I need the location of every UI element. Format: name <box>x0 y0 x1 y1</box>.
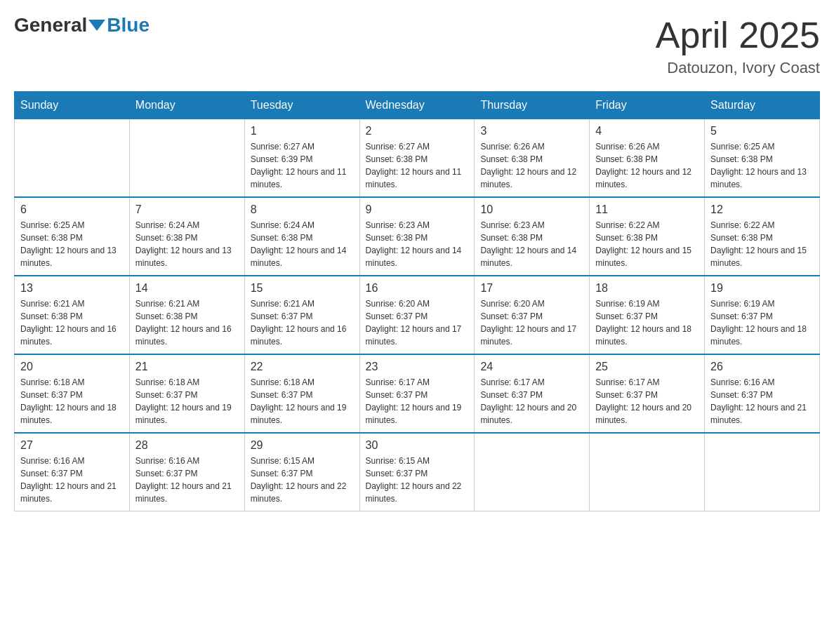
calendar-cell: 22Sunrise: 6:18 AMSunset: 6:37 PMDayligh… <box>244 354 359 433</box>
day-number: 26 <box>710 361 814 373</box>
day-info: Sunrise: 6:17 AMSunset: 6:37 PMDaylight:… <box>480 376 583 427</box>
day-info: Sunrise: 6:18 AMSunset: 6:37 PMDaylight:… <box>20 376 124 427</box>
calendar-week-row: 27Sunrise: 6:16 AMSunset: 6:37 PMDayligh… <box>15 433 820 511</box>
calendar-header-tuesday: Tuesday <box>244 92 359 119</box>
day-info: Sunrise: 6:17 AMSunset: 6:37 PMDaylight:… <box>595 376 699 427</box>
day-number: 30 <box>366 439 469 452</box>
day-number: 21 <box>135 361 239 373</box>
logo-triangle-icon <box>88 20 105 31</box>
calendar-cell: 30Sunrise: 6:15 AMSunset: 6:37 PMDayligh… <box>359 433 475 511</box>
calendar-cell <box>475 433 590 511</box>
day-info: Sunrise: 6:27 AMSunset: 6:38 PMDaylight:… <box>366 140 469 191</box>
calendar-cell: 29Sunrise: 6:15 AMSunset: 6:37 PMDayligh… <box>244 433 359 511</box>
day-info: Sunrise: 6:15 AMSunset: 6:37 PMDaylight:… <box>366 455 469 505</box>
day-info: Sunrise: 6:21 AMSunset: 6:38 PMDaylight:… <box>135 297 239 348</box>
calendar-cell: 8Sunrise: 6:24 AMSunset: 6:38 PMDaylight… <box>244 197 359 276</box>
day-number: 13 <box>20 282 124 295</box>
calendar-cell: 15Sunrise: 6:21 AMSunset: 6:37 PMDayligh… <box>244 276 359 354</box>
day-number: 15 <box>251 282 354 295</box>
day-info: Sunrise: 6:24 AMSunset: 6:38 PMDaylight:… <box>251 219 354 269</box>
calendar-cell: 3Sunrise: 6:26 AMSunset: 6:38 PMDaylight… <box>475 119 590 198</box>
day-info: Sunrise: 6:20 AMSunset: 6:37 PMDaylight:… <box>480 297 583 348</box>
calendar-week-row: 20Sunrise: 6:18 AMSunset: 6:37 PMDayligh… <box>15 354 820 433</box>
day-info: Sunrise: 6:26 AMSunset: 6:38 PMDaylight:… <box>480 140 583 191</box>
day-info: Sunrise: 6:22 AMSunset: 6:38 PMDaylight:… <box>710 219 814 269</box>
calendar-cell: 9Sunrise: 6:23 AMSunset: 6:38 PMDaylight… <box>359 197 475 276</box>
calendar-cell <box>590 433 705 511</box>
calendar-cell: 28Sunrise: 6:16 AMSunset: 6:37 PMDayligh… <box>129 433 244 511</box>
page-header: General Blue April 2025 Datouzon, Ivory … <box>14 14 820 77</box>
calendar-cell: 6Sunrise: 6:25 AMSunset: 6:38 PMDaylight… <box>15 197 130 276</box>
day-number: 11 <box>595 203 699 216</box>
day-number: 18 <box>595 282 699 295</box>
day-info: Sunrise: 6:26 AMSunset: 6:38 PMDaylight:… <box>595 140 699 191</box>
day-number: 8 <box>251 203 354 216</box>
day-info: Sunrise: 6:23 AMSunset: 6:38 PMDaylight:… <box>366 219 469 269</box>
calendar-cell: 4Sunrise: 6:26 AMSunset: 6:38 PMDaylight… <box>590 119 705 198</box>
day-number: 19 <box>710 282 814 295</box>
day-number: 1 <box>251 125 354 137</box>
calendar-cell: 10Sunrise: 6:23 AMSunset: 6:38 PMDayligh… <box>475 197 590 276</box>
calendar-cell: 21Sunrise: 6:18 AMSunset: 6:37 PMDayligh… <box>129 354 244 433</box>
day-number: 10 <box>480 203 583 216</box>
day-number: 6 <box>20 203 124 216</box>
day-info: Sunrise: 6:16 AMSunset: 6:37 PMDaylight:… <box>710 376 814 427</box>
day-number: 27 <box>20 439 124 452</box>
calendar-cell: 13Sunrise: 6:21 AMSunset: 6:38 PMDayligh… <box>15 276 130 354</box>
day-info: Sunrise: 6:21 AMSunset: 6:37 PMDaylight:… <box>251 297 354 348</box>
calendar-cell: 16Sunrise: 6:20 AMSunset: 6:37 PMDayligh… <box>359 276 475 354</box>
calendar-title: April 2025 <box>656 14 820 56</box>
day-number: 17 <box>480 282 583 295</box>
day-number: 2 <box>366 125 469 137</box>
day-info: Sunrise: 6:22 AMSunset: 6:38 PMDaylight:… <box>595 219 699 269</box>
day-info: Sunrise: 6:19 AMSunset: 6:37 PMDaylight:… <box>595 297 699 348</box>
day-info: Sunrise: 6:24 AMSunset: 6:38 PMDaylight:… <box>135 219 239 269</box>
day-number: 14 <box>135 282 239 295</box>
day-info: Sunrise: 6:27 AMSunset: 6:39 PMDaylight:… <box>251 140 354 191</box>
day-number: 29 <box>251 439 354 452</box>
day-number: 12 <box>710 203 814 216</box>
calendar-cell <box>129 119 244 198</box>
calendar-cell: 23Sunrise: 6:17 AMSunset: 6:37 PMDayligh… <box>359 354 475 433</box>
calendar-week-row: 6Sunrise: 6:25 AMSunset: 6:38 PMDaylight… <box>15 197 820 276</box>
calendar-cell: 17Sunrise: 6:20 AMSunset: 6:37 PMDayligh… <box>475 276 590 354</box>
day-number: 24 <box>480 361 583 373</box>
calendar-cell: 5Sunrise: 6:25 AMSunset: 6:38 PMDaylight… <box>705 119 820 198</box>
day-number: 5 <box>710 125 814 137</box>
day-info: Sunrise: 6:15 AMSunset: 6:37 PMDaylight:… <box>251 455 354 505</box>
day-number: 4 <box>595 125 699 137</box>
day-info: Sunrise: 6:17 AMSunset: 6:37 PMDaylight:… <box>366 376 469 427</box>
calendar-cell: 26Sunrise: 6:16 AMSunset: 6:37 PMDayligh… <box>705 354 820 433</box>
day-info: Sunrise: 6:19 AMSunset: 6:37 PMDaylight:… <box>710 297 814 348</box>
calendar-header-row: SundayMondayTuesdayWednesdayThursdayFrid… <box>15 92 820 119</box>
calendar-cell: 24Sunrise: 6:17 AMSunset: 6:37 PMDayligh… <box>475 354 590 433</box>
calendar-cell: 11Sunrise: 6:22 AMSunset: 6:38 PMDayligh… <box>590 197 705 276</box>
day-number: 7 <box>135 203 239 216</box>
calendar-header-saturday: Saturday <box>705 92 820 119</box>
logo-text: General Blue <box>14 14 150 36</box>
calendar-cell: 7Sunrise: 6:24 AMSunset: 6:38 PMDaylight… <box>129 197 244 276</box>
day-number: 23 <box>366 361 469 373</box>
day-info: Sunrise: 6:18 AMSunset: 6:37 PMDaylight:… <box>251 376 354 427</box>
day-info: Sunrise: 6:25 AMSunset: 6:38 PMDaylight:… <box>20 219 124 269</box>
day-number: 28 <box>135 439 239 452</box>
day-number: 16 <box>366 282 469 295</box>
calendar-cell: 18Sunrise: 6:19 AMSunset: 6:37 PMDayligh… <box>590 276 705 354</box>
calendar-week-row: 13Sunrise: 6:21 AMSunset: 6:38 PMDayligh… <box>15 276 820 354</box>
day-number: 9 <box>366 203 469 216</box>
calendar-cell <box>705 433 820 511</box>
calendar-cell: 20Sunrise: 6:18 AMSunset: 6:37 PMDayligh… <box>15 354 130 433</box>
day-info: Sunrise: 6:16 AMSunset: 6:37 PMDaylight:… <box>20 455 124 505</box>
day-info: Sunrise: 6:25 AMSunset: 6:38 PMDaylight:… <box>710 140 814 191</box>
day-info: Sunrise: 6:20 AMSunset: 6:37 PMDaylight:… <box>366 297 469 348</box>
calendar-cell: 25Sunrise: 6:17 AMSunset: 6:37 PMDayligh… <box>590 354 705 433</box>
logo-general: General <box>14 14 87 36</box>
title-section: April 2025 Datouzon, Ivory Coast <box>656 14 820 77</box>
logo-blue: Blue <box>107 14 150 36</box>
day-info: Sunrise: 6:21 AMSunset: 6:38 PMDaylight:… <box>20 297 124 348</box>
calendar-cell: 12Sunrise: 6:22 AMSunset: 6:38 PMDayligh… <box>705 197 820 276</box>
calendar-subtitle: Datouzon, Ivory Coast <box>656 59 820 77</box>
calendar-header-thursday: Thursday <box>475 92 590 119</box>
calendar-header-monday: Monday <box>129 92 244 119</box>
calendar-cell: 27Sunrise: 6:16 AMSunset: 6:37 PMDayligh… <box>15 433 130 511</box>
